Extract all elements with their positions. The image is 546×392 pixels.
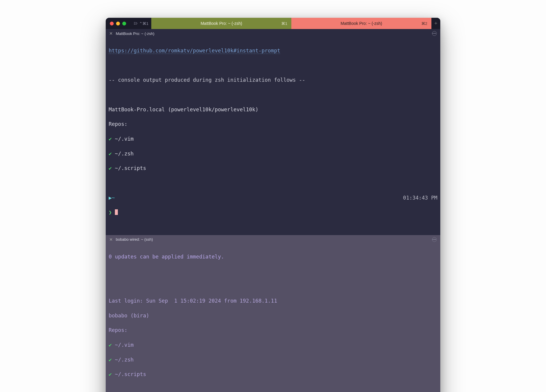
broadcast-indicator[interactable]: ⌃⌘1 xyxy=(130,18,151,29)
repos-heading: Repos: xyxy=(109,327,437,334)
zoom-window-button[interactable] xyxy=(122,22,126,25)
url-link[interactable]: https://github.com/romkatv/powerlevel10k… xyxy=(109,48,280,54)
check-icon: ✔ xyxy=(109,357,112,363)
updates-line: 0 updates can be applied immediately. xyxy=(109,253,437,261)
init-divider: -- console output produced during zsh in… xyxy=(109,76,437,84)
close-window-button[interactable] xyxy=(110,22,114,25)
pane-label-top: ✕ MattBook Pro: ~ (-zsh) ••• xyxy=(106,29,440,38)
terminal-pane-bottom[interactable]: 0 updates can be applied immediately. La… xyxy=(106,244,440,392)
last-login-line: Last login: Sun Sep 1 15:02:19 2024 from… xyxy=(109,297,437,305)
host-line: MattBook-Pro.local (powerlevel10k/powerl… xyxy=(109,106,437,113)
titlebar: ⌃⌘1 MattBook Pro: ~ (-zsh) ⌘1 MattBook P… xyxy=(106,18,440,29)
window-controls xyxy=(106,18,130,29)
terminal-pane-top[interactable]: https://github.com/romkatv/powerlevel10k… xyxy=(106,38,440,235)
check-icon: ✔ xyxy=(109,136,112,142)
prompt-char: ❯ xyxy=(109,209,112,215)
pane-title: bobabo wired: ~ (ssh) xyxy=(116,237,153,242)
plus-icon: + xyxy=(434,20,438,27)
broadcast-shortcut: ⌃⌘1 xyxy=(139,21,148,26)
repos-heading: Repos: xyxy=(109,121,437,128)
minimize-window-button[interactable] xyxy=(116,22,120,25)
pane-menu-icon[interactable]: ••• xyxy=(432,31,437,36)
repo-path: ~/.vim xyxy=(115,136,134,142)
check-icon: ✔ xyxy=(109,165,112,171)
repo-path: ~/.scripts xyxy=(115,165,146,171)
prompt-time: 01:34:43 PM xyxy=(403,194,437,202)
repo-path: ~/.scripts xyxy=(115,371,146,377)
pane-label-bottom: ✕ bobabo wired: ~ (ssh) ••• xyxy=(106,235,440,244)
tab-shortcut: ⌘1 xyxy=(281,21,287,26)
repo-path: ~/.vim xyxy=(115,342,134,348)
close-pane-icon[interactable]: ✕ xyxy=(109,31,113,36)
terminal-window: ⌃⌘1 MattBook Pro: ~ (-zsh) ⌘1 MattBook P… xyxy=(106,18,440,392)
prompt-arrow-icon: ▶ xyxy=(109,195,112,201)
tab-label: MattBook Pro: ~ (-zsh) xyxy=(200,21,242,26)
tab-label: MattBook Pro: ~ (-zsh) xyxy=(341,21,382,26)
check-icon: ✔ xyxy=(109,151,112,157)
cursor xyxy=(115,209,118,215)
tab-2[interactable]: MattBook Pro: ~ (-zsh) ⌘2 xyxy=(291,18,431,29)
prompt-cwd: ~ xyxy=(112,195,115,201)
check-icon: ✔ xyxy=(109,342,112,348)
tab-1[interactable]: MattBook Pro: ~ (-zsh) ⌘1 xyxy=(151,18,291,29)
repo-path: ~/.zsh xyxy=(115,357,134,363)
repo-path: ~/.zsh xyxy=(115,151,134,157)
close-pane-icon[interactable]: ✕ xyxy=(109,237,113,242)
tab-shortcut: ⌘2 xyxy=(421,21,427,26)
pane-title: MattBook Pro: ~ (-zsh) xyxy=(116,31,154,36)
pane-menu-icon[interactable]: ••• xyxy=(432,237,437,242)
check-icon: ✔ xyxy=(109,371,112,377)
host-line: bobabo (bira) xyxy=(109,312,437,319)
broadcast-icon xyxy=(133,21,137,25)
add-tab-button[interactable]: + xyxy=(431,18,440,29)
